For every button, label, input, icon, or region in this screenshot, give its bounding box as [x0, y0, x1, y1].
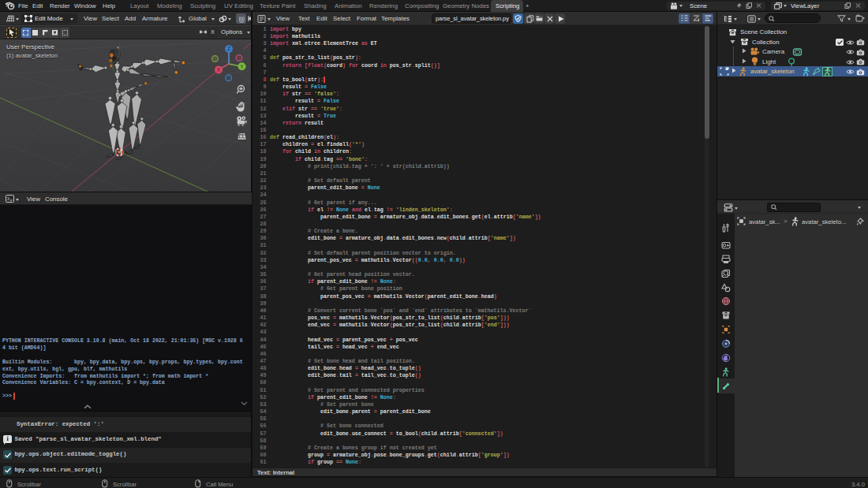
svg-text:Z: Z: [227, 46, 230, 51]
svg-text:X: X: [217, 67, 221, 73]
svg-text:Y: Y: [240, 64, 244, 69]
